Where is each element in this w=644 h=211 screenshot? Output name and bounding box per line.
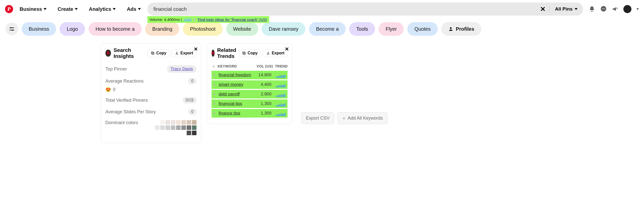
color-swatch: [181, 125, 186, 130]
chevron-down-icon: [44, 8, 47, 10]
top-pinner-link[interactable]: Tracy Davis: [167, 65, 196, 73]
chip-profiles[interactable]: Profiles: [441, 22, 481, 36]
metric-label: Average Slides Per Story: [105, 109, 156, 115]
button-label: Copy: [248, 51, 258, 55]
chevron-down-icon: [138, 8, 141, 10]
related-trends-card: ✕ K Related Trends Copy Export ★ KEYWORD…: [207, 43, 292, 124]
button-label: Add All Keywords: [348, 116, 383, 121]
search-input[interactable]: [147, 6, 537, 12]
color-swatch: [176, 125, 181, 130]
trend-sparkline-icon: [273, 110, 288, 117]
copy-button[interactable]: Copy: [147, 49, 170, 57]
trend-sparkline-icon: [273, 91, 288, 97]
pinterest-logo-icon[interactable]: P: [5, 5, 13, 13]
chip-flyer[interactable]: Flyer: [379, 22, 404, 36]
metric-value: 0: [188, 78, 196, 84]
metric-label: Average Reactions: [105, 79, 144, 84]
color-swatch: [187, 125, 191, 130]
export-csv-button[interactable]: Export CSV: [301, 112, 334, 124]
user-avatar[interactable]: [623, 5, 631, 13]
chip-photoshoot[interactable]: Photoshoot: [183, 22, 222, 36]
nav-analytics[interactable]: Analytics: [84, 4, 120, 15]
favorite-star-icon[interactable]: ★: [212, 101, 217, 107]
color-swatch: [192, 120, 196, 125]
keyword-link[interactable]: finance tips: [219, 111, 240, 116]
metric-value: 0: [188, 109, 196, 115]
chip-website[interactable]: Website: [226, 22, 258, 36]
color-swatch: [166, 120, 170, 125]
chip-business[interactable]: Business: [22, 22, 56, 36]
volume-cell: 4,400: [253, 82, 273, 87]
color-swatch: [155, 120, 159, 125]
keyword-link[interactable]: financial freedom: [219, 73, 251, 77]
close-card-icon[interactable]: ✕: [194, 46, 198, 52]
color-swatch: [160, 125, 165, 130]
card-title: Related Trends: [217, 47, 236, 59]
trend-sparkline-icon: [273, 72, 288, 78]
button-label: Export: [272, 51, 285, 55]
trends-table-body: ★financial freedom14,800★smart money4,40…: [212, 71, 288, 118]
sliders-icon: [9, 26, 15, 32]
topic-ideas-link[interactable]: Find topic ideas for "financial coach" (…: [198, 17, 267, 22]
favorite-star-icon[interactable]: ★: [212, 82, 217, 87]
favorite-star-icon[interactable]: ★: [193, 17, 196, 22]
chip-label: Flyer: [386, 26, 397, 32]
trends-table-header: ★ KEYWORD VOL (US) TREND: [212, 63, 288, 70]
favorite-star-icon[interactable]: ★: [212, 111, 217, 116]
copy-button[interactable]: Copy: [239, 49, 261, 57]
svg-rect-7: [152, 52, 154, 54]
trend-sparkline-icon: [273, 81, 288, 88]
chip-quotes[interactable]: Quotes: [407, 22, 437, 36]
button-label: Export: [180, 51, 193, 55]
chevron-down-icon: [75, 8, 78, 10]
chip-label: Quotes: [414, 26, 430, 32]
extension-k-icon: K: [212, 50, 215, 57]
chip-dave-ramsey[interactable]: Dave ramsey: [262, 22, 305, 36]
chip-tools[interactable]: Tools: [349, 22, 375, 36]
keyword-link[interactable]: financial tips: [219, 101, 242, 106]
color-swatch: [171, 120, 175, 125]
filters-button[interactable]: [6, 23, 18, 35]
nav-create[interactable]: Create: [53, 4, 82, 15]
trend-row: ★financial freedom14,800: [212, 71, 288, 79]
color-swatch: [192, 131, 196, 135]
chip-how-to[interactable]: How to become a: [89, 22, 142, 36]
color-swatch: [176, 120, 181, 125]
chip-branding[interactable]: Branding: [145, 22, 179, 36]
messages-speech-icon[interactable]: [600, 6, 607, 12]
notifications-bell-icon[interactable]: [589, 6, 595, 12]
search-scope-dropdown[interactable]: All Pins: [549, 6, 583, 12]
keyword-link[interactable]: smart money: [219, 82, 243, 87]
reactions-heart-row: 😍 0: [105, 87, 196, 94]
search-scope-label: All Pins: [555, 6, 573, 12]
chip-label: Become a: [316, 26, 339, 32]
cards-area: ✕ K Search Insights Copy Export Top Pinn…: [0, 38, 644, 143]
color-swatch: [155, 125, 159, 130]
chip-label: Business: [29, 26, 49, 32]
export-button[interactable]: Export: [263, 49, 288, 57]
add-all-keywords-button[interactable]: ★ Add All Keywords: [337, 112, 388, 124]
heart-eyes-icon: 😍: [105, 87, 111, 92]
favorite-star-icon[interactable]: ★: [212, 91, 217, 97]
export-button[interactable]: Export: [172, 49, 196, 57]
keyword-link[interactable]: debt payoff: [219, 92, 240, 96]
copy-icon: [151, 51, 155, 55]
close-card-icon[interactable]: ✕: [285, 46, 289, 52]
chip-label: Photoshoot: [190, 26, 215, 32]
updates-megaphone-icon[interactable]: [612, 6, 618, 12]
card-title: Search Insights: [113, 47, 145, 59]
trend-sparkline-icon: [273, 100, 288, 107]
favorite-star-icon[interactable]: ★: [212, 72, 217, 78]
chip-become-a[interactable]: Become a: [309, 22, 346, 36]
trend-row: ★financial tips1,300: [212, 99, 288, 108]
search-insights-card: ✕ K Search Insights Copy Export Top Pinn…: [101, 43, 201, 143]
metric-label: Dominant colors: [105, 120, 138, 125]
account-chevron-down-icon[interactable]: [636, 8, 639, 10]
nav-business[interactable]: Business: [15, 4, 51, 15]
heart-count: 0: [113, 87, 115, 92]
clear-search-icon[interactable]: ✕: [537, 5, 549, 13]
chip-label: Website: [233, 26, 251, 32]
nav-create-label: Create: [58, 6, 73, 12]
chip-logo[interactable]: Logo: [60, 22, 85, 36]
nav-ads[interactable]: Ads: [122, 4, 145, 15]
